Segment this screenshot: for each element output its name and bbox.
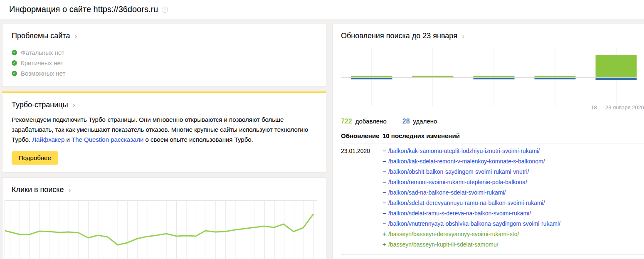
info-icon[interactable]: i	[162, 7, 168, 13]
turbo-text-part: о своем опыте использования Турбо.	[143, 136, 253, 143]
removed-icon: −	[382, 220, 388, 227]
changed-url-link[interactable]: /balkon/obshit-balkon-saydingom-svoimi-r…	[388, 168, 529, 175]
removed-count: 28	[402, 118, 410, 125]
removed-icon: −	[382, 179, 388, 185]
card-title: Обновления поиска до 23 января	[341, 32, 457, 40]
added-label: добавлено	[355, 118, 387, 125]
chevron-right-icon: ›	[73, 101, 75, 109]
table-row: +/basseyn/basseyn-kupit-ili-sdelat-samom…	[341, 239, 644, 249]
right-column: Обновления поиска до 23 января › 18 — 23…	[332, 24, 644, 259]
column-header-changes: 10 последних изменений	[382, 132, 460, 139]
check-icon: ✓	[12, 60, 17, 66]
update-date: 23.01.2020	[341, 148, 382, 154]
problem-status-item: ✓Фатальных нет	[12, 47, 317, 58]
removed-icon: −	[382, 189, 388, 196]
table-row: −/balkon/obshit-balkon-saydingom-svoimi-…	[341, 166, 644, 177]
check-icon: ✓	[12, 71, 17, 76]
changed-url-link[interactable]: /balkon/kak-sdelat-remont-v-malenkoy-kom…	[388, 158, 545, 165]
removed-icon: −	[382, 200, 388, 206]
removed-icon: −	[382, 168, 388, 175]
chart-period-label: 18 — 23 января 2020	[341, 104, 644, 111]
card-title: Турбо-страницы	[12, 101, 68, 109]
table-row: −/balkon/remont-svoimi-rukami-uteplenie-…	[341, 177, 644, 187]
search-clicks-title-link[interactable]: Клики в поиске ›	[12, 185, 71, 194]
problem-status-label: Фатальных нет	[21, 49, 64, 56]
changed-url-link[interactable]: /balkon/sdelat-ramu-s-dereva-na-balkon-s…	[388, 210, 531, 217]
turbo-pages-card: Турбо-страницы › Рекомендуем подключить …	[2, 91, 326, 173]
problems-list: ✓Фатальных нет✓Критичных нет✓Возможных н…	[12, 47, 317, 79]
changed-url-link[interactable]: /balkon/vnutrennyaya-obshivka-balkona-sa…	[388, 220, 560, 227]
problem-status-item: ✓Критичных нет	[12, 58, 317, 68]
turbo-text-part: и	[64, 136, 72, 143]
separator	[341, 254, 644, 255]
table-row: −/balkon/sdelat-ramu-s-dereva-na-balkon-…	[341, 208, 644, 218]
changed-url-link[interactable]: /balkon/sdelat-derevyannuyu-ramu-na-balk…	[388, 200, 545, 206]
lifehacker-link[interactable]: Лайфхакер	[32, 136, 64, 143]
removed-icon: −	[382, 158, 388, 165]
problem-status-item: ✓Возможных нет	[12, 68, 317, 79]
added-icon: +	[382, 241, 388, 248]
table-row: +/basseyn/basseyn-derevyannyy-svoimi-ruk…	[341, 229, 644, 239]
changed-url-link[interactable]: /balkon/sad-na-balkone-sdelat-svoimi-ruk…	[388, 189, 506, 196]
table-row: −/balkon/vnutrennyaya-obshivka-balkona-s…	[341, 218, 644, 229]
changed-url-link[interactable]: /basseyn/basseyn-derevyannyy-svoimi-ruka…	[388, 231, 519, 237]
changed-url-link[interactable]: /balkon/kak-samomu-uteplit-lodzhiyu-iznu…	[388, 148, 540, 154]
details-button[interactable]: Подробнее	[12, 151, 58, 165]
check-icon: ✓	[12, 50, 17, 55]
added-count: 722	[341, 118, 352, 125]
separator	[341, 143, 644, 143]
page-title: Информация о сайте https://36doors.ru	[9, 5, 158, 14]
removed-icon: −	[382, 148, 388, 154]
chevron-right-icon: ›	[69, 186, 71, 194]
column-header-update: Обновление	[341, 132, 382, 139]
turbo-description: Рекомендуем подключить Турбо-страницы. О…	[12, 115, 313, 145]
site-problems-title-link[interactable]: Проблемы сайта ›	[12, 32, 77, 40]
chevron-right-icon: ›	[75, 32, 77, 40]
changed-url-link[interactable]: /basseyn/basseyn-kupit-ili-sdelat-samomu…	[388, 241, 498, 248]
search-updates-card: Обновления поиска до 23 января › 18 — 23…	[332, 24, 644, 259]
table-row: 23.01.2020−/balkon/kak-samomu-uteplit-lo…	[341, 146, 644, 156]
updates-bar-chart	[341, 48, 644, 106]
clicks-line-chart	[5, 200, 317, 259]
card-title: Клики в поиске	[12, 185, 64, 194]
table-row: −/balkon/sad-na-balkone-sdelat-svoimi-ru…	[341, 187, 644, 197]
problem-status-label: Возможных нет	[21, 70, 65, 77]
updates-table-header: Обновление 10 последних изменений	[341, 132, 644, 139]
content-columns: Проблемы сайта › ✓Фатальных нет✓Критичны…	[2, 24, 644, 259]
updates-stats: 722 добавлено 28 удалено	[341, 118, 644, 125]
chevron-right-icon: ›	[462, 32, 464, 40]
added-icon: +	[382, 231, 388, 237]
search-clicks-card: Клики в поиске ›	[2, 178, 326, 259]
removed-label: удалено	[413, 118, 437, 125]
changed-url-link[interactable]: /balkon/remont-svoimi-rukami-uteplenie-p…	[388, 179, 527, 185]
removed-icon: −	[382, 210, 388, 217]
problem-status-label: Критичных нет	[21, 59, 63, 67]
card-title: Проблемы сайта	[12, 32, 70, 40]
left-column: Проблемы сайта › ✓Фатальных нет✓Критичны…	[2, 24, 326, 259]
table-row: −/balkon/kak-sdelat-remont-v-malenkoy-ko…	[341, 156, 644, 166]
table-row: −/balkon/sdelat-derevyannuyu-ramu-na-bal…	[341, 197, 644, 208]
page-header: Информация о сайте https://36doors.ru i	[0, 0, 644, 19]
the-question-link[interactable]: The Question рассказали	[72, 136, 143, 143]
turbo-pages-title-link[interactable]: Турбо-страницы ›	[12, 101, 75, 109]
search-updates-title-link[interactable]: Обновления поиска до 23 января ›	[341, 32, 464, 40]
updates-rows: 23.01.2020−/balkon/kak-samomu-uteplit-lo…	[341, 146, 644, 249]
site-problems-card: Проблемы сайта › ✓Фатальных нет✓Критичны…	[2, 24, 326, 86]
